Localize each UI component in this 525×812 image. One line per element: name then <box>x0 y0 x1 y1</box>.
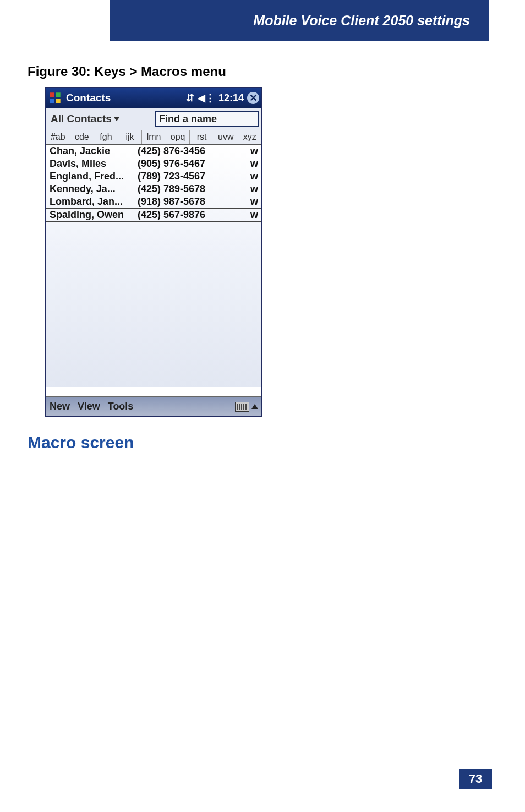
svg-rect-2 <box>50 99 54 103</box>
category-dropdown[interactable]: All Contacts <box>48 112 122 126</box>
menu-tools[interactable]: Tools <box>108 401 134 412</box>
keyboard-icon[interactable] <box>235 402 249 412</box>
chevron-down-icon <box>114 117 119 121</box>
contact-name: Kennedy, Ja... <box>50 183 138 195</box>
contact-name: Chan, Jackie <box>50 145 138 157</box>
contact-name: Lombard, Jan... <box>50 196 138 208</box>
alpha-tab[interactable]: lmn <box>142 130 166 144</box>
search-input[interactable]: Find a name <box>155 111 259 127</box>
contact-name: Davis, Miles <box>50 158 138 170</box>
contact-row[interactable]: Spalding, Owen(425) 567-9876w <box>46 208 261 222</box>
device-screenshot: Contacts ⇵ ◀⋮ 12:14 ✕ All Contacts Find … <box>45 87 262 417</box>
contact-type: w <box>245 158 258 170</box>
svg-rect-1 <box>56 92 61 97</box>
contact-type: w <box>245 183 258 195</box>
connectivity-icon[interactable]: ⇵ <box>186 92 194 104</box>
alpha-index-tabs: #ab cde fgh ijk lmn opq rst uvw xyz <box>46 130 261 145</box>
contact-row[interactable]: Kennedy, Ja...(425) 789-5678w <box>46 183 261 195</box>
alpha-tab[interactable]: ijk <box>118 130 143 144</box>
running-header: Mobile Voice Client 2050 settings <box>124 0 489 41</box>
volume-icon[interactable]: ◀⋮ <box>198 92 215 104</box>
alpha-tab[interactable]: fgh <box>94 130 118 144</box>
header-accent <box>110 0 124 41</box>
alpha-tab[interactable]: opq <box>166 130 190 144</box>
contact-phone: (905) 976-5467 <box>138 158 245 170</box>
clock-text[interactable]: 12:14 <box>218 92 244 104</box>
alpha-tab[interactable]: cde <box>70 130 95 144</box>
menu-up-icon[interactable] <box>251 404 258 409</box>
svg-rect-3 <box>56 99 61 103</box>
contact-phone: (425) 567-9876 <box>138 209 245 221</box>
contact-type: w <box>245 196 258 208</box>
contact-type: w <box>245 171 258 182</box>
menu-bar: New View Tools <box>46 396 261 416</box>
nav-title: Contacts <box>66 92 111 104</box>
contact-phone: (425) 789-5678 <box>138 183 245 195</box>
contact-name: England, Fred... <box>50 171 138 182</box>
contact-list[interactable]: Chan, Jackie(425) 876-3456wDavis, Miles(… <box>46 145 261 387</box>
contact-row[interactable]: England, Fred...(789) 723-4567w <box>46 170 261 183</box>
start-flag-icon[interactable] <box>48 91 63 105</box>
contact-phone: (789) 723-4567 <box>138 171 245 182</box>
section-heading: Macro screen <box>28 433 134 452</box>
contact-phone: (425) 876-3456 <box>138 145 245 157</box>
alpha-tab[interactable]: xyz <box>238 130 262 144</box>
contact-row[interactable]: Davis, Miles(905) 976-5467w <box>46 157 261 170</box>
menu-new[interactable]: New <box>50 401 70 412</box>
contact-type: w <box>245 209 258 221</box>
alpha-tab[interactable]: rst <box>190 130 214 144</box>
figure-caption: Figure 30: Keys > Macros menu <box>28 64 226 79</box>
close-icon[interactable]: ✕ <box>247 92 259 104</box>
alpha-tab[interactable]: #ab <box>46 130 70 144</box>
svg-rect-0 <box>50 92 54 97</box>
running-header-text: Mobile Voice Client 2050 settings <box>253 13 470 29</box>
alpha-tab[interactable]: uvw <box>214 130 238 144</box>
contact-phone: (918) 987-5678 <box>138 196 245 208</box>
contact-type: w <box>245 145 258 157</box>
nav-status-icons: ⇵ ◀⋮ 12:14 ✕ <box>186 92 259 104</box>
menu-view[interactable]: View <box>78 401 100 412</box>
category-dropdown-label: All Contacts <box>51 113 112 125</box>
filter-row: All Contacts Find a name <box>46 108 261 130</box>
contact-row[interactable]: Lombard, Jan...(918) 987-5678w <box>46 195 261 208</box>
search-input-placeholder: Find a name <box>159 113 217 125</box>
contact-row[interactable]: Chan, Jackie(425) 876-3456w <box>46 145 261 157</box>
page-number: 73 <box>459 769 492 789</box>
nav-bar: Contacts ⇵ ◀⋮ 12:14 ✕ <box>46 88 261 108</box>
contact-name: Spalding, Owen <box>50 209 138 221</box>
